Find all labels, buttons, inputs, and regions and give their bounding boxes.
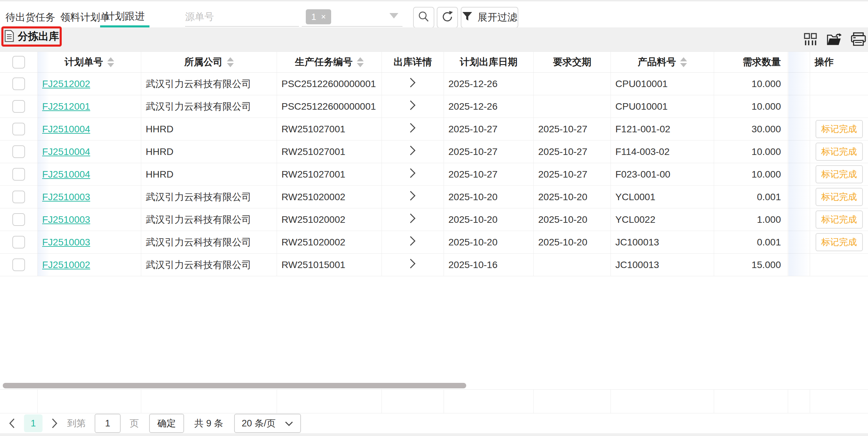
column-settings-icon[interactable] — [803, 32, 818, 47]
row-checkbox[interactable] — [12, 168, 25, 181]
detail-chevron-icon[interactable] — [409, 235, 417, 250]
header-label: 所属公司 — [184, 56, 223, 69]
detail-chevron-icon[interactable] — [409, 122, 417, 136]
header-label: 需求数量 — [743, 56, 781, 69]
plan-no-link[interactable]: FJ2512001 — [42, 101, 90, 112]
detail-chevron-icon[interactable] — [409, 76, 417, 91]
row-checkbox[interactable] — [12, 191, 25, 203]
cell-company: 武汉引力云科技有限公司 — [141, 186, 277, 208]
row-checkbox[interactable] — [12, 100, 25, 113]
cell-plan-no: FJ2510004 — [38, 141, 141, 163]
cell-task-no: RW251027001 — [277, 141, 382, 163]
prev-page-button[interactable] — [4, 415, 20, 431]
mark-complete-button[interactable]: 标记完成 — [816, 233, 863, 251]
detail-chevron-icon[interactable] — [409, 167, 417, 182]
cell-task-no: RW251027001 — [277, 163, 382, 185]
plan-no-link[interactable]: FJ2510003 — [42, 214, 90, 225]
cell-action — [810, 254, 868, 276]
cell-qty: 10.000 — [714, 73, 788, 95]
header-label: 产品料号 — [638, 56, 676, 69]
cell-qty: 10.000 — [714, 141, 788, 163]
cell-company: 武汉引力云科技有限公司 — [141, 95, 277, 118]
refresh-button[interactable] — [437, 7, 458, 28]
confirm-page-button[interactable]: 确定 — [149, 414, 184, 433]
plan-no-link[interactable]: FJ2510004 — [42, 124, 90, 135]
cell-task-no: PSC25122600000001 — [277, 73, 382, 95]
sort-icon[interactable] — [357, 57, 364, 67]
cell-checkbox — [0, 141, 38, 163]
page-number-current[interactable]: 1 — [24, 414, 43, 432]
sort-icon[interactable] — [680, 57, 687, 67]
plan-no-link[interactable]: FJ2510003 — [42, 192, 90, 203]
row-checkbox[interactable] — [12, 77, 25, 90]
detail-chevron-icon[interactable] — [409, 190, 417, 204]
row-checkbox[interactable] — [12, 145, 25, 158]
cell-task-no: RW251027001 — [277, 118, 382, 140]
cell-qty: 0.001 — [714, 186, 788, 208]
cell-due-date — [534, 73, 611, 95]
export-icon[interactable] — [827, 32, 842, 47]
cell-plan-date: 2025-12-26 — [444, 73, 534, 95]
cell-plan-date: 2025-12-26 — [444, 95, 534, 118]
row-checkbox[interactable] — [12, 123, 25, 135]
header-task-no[interactable]: 生产任务编号 — [277, 52, 382, 72]
plan-no-link[interactable]: FJ2512002 — [42, 78, 90, 89]
table-row: FJ2512001武汉引力云科技有限公司PSC25122600000001202… — [0, 95, 868, 118]
cell-action: 标记完成 — [810, 208, 868, 231]
select-all-checkbox[interactable] — [12, 56, 25, 69]
summary-cell — [534, 390, 611, 413]
goto-page-input[interactable] — [95, 414, 121, 433]
table-row: FJ2510003武汉引力云科技有限公司RW2510200022025-10-2… — [0, 231, 868, 254]
cell-plan-no: FJ2510004 — [38, 163, 141, 185]
summary-cell — [444, 390, 534, 413]
summary-cell — [788, 390, 810, 413]
sort-icon[interactable] — [227, 57, 234, 67]
sort-icon[interactable] — [107, 57, 114, 67]
cell-company: 武汉引力云科技有限公司 — [141, 231, 277, 253]
cell-plan-date: 2025-10-27 — [444, 118, 534, 140]
source-order-field — [185, 8, 299, 27]
header-qty: 需求数量 — [714, 52, 788, 72]
header-part-no[interactable]: 产品料号 — [611, 52, 714, 72]
mark-complete-button[interactable]: 标记完成 — [816, 120, 863, 138]
plan-no-link[interactable]: FJ2510004 — [42, 169, 90, 180]
expand-filter-button[interactable]: 展开过滤 — [461, 7, 518, 28]
cell-company: 武汉引力云科技有限公司 — [141, 254, 277, 276]
page-size-select[interactable]: 20 条/页 — [234, 414, 301, 433]
mark-complete-button[interactable]: 标记完成 — [816, 143, 863, 161]
selected-tag[interactable]: 1 × — [306, 9, 331, 24]
horizontal-scrollbar[interactable] — [3, 383, 466, 388]
tag-close-icon[interactable]: × — [321, 13, 326, 21]
table-body: FJ2512002武汉引力云科技有限公司PSC25122600000001202… — [0, 73, 868, 276]
search-button[interactable] — [413, 7, 434, 28]
source-order-input[interactable] — [185, 8, 299, 26]
cell-checkbox — [0, 95, 38, 118]
detail-chevron-icon[interactable] — [409, 99, 417, 114]
row-checkbox[interactable] — [12, 213, 25, 226]
cell-task-no: RW251020002 — [277, 208, 382, 231]
tab-plan-follow-up[interactable]: 计划跟进 — [100, 8, 149, 27]
cell-spacer — [788, 254, 810, 276]
refresh-icon — [441, 10, 454, 25]
tab-pending-shipment[interactable]: 待出货任务 — [3, 8, 58, 27]
row-checkbox[interactable] — [12, 258, 25, 271]
mark-complete-button[interactable]: 标记完成 — [816, 210, 863, 229]
mark-complete-button[interactable]: 标记完成 — [816, 165, 863, 183]
header-plan-no[interactable]: 计划单号 — [38, 52, 141, 72]
status-select[interactable]: 1 × — [302, 8, 402, 27]
sort-outbound-button[interactable]: 分拣出库 — [1, 26, 62, 47]
header-company[interactable]: 所属公司 — [141, 52, 277, 72]
detail-chevron-icon[interactable] — [409, 257, 417, 272]
cell-spacer — [788, 186, 810, 208]
tab-bar: 待出货任务 领料计划单 计划跟进 1 × 展开过滤 — [0, 1, 868, 27]
detail-chevron-icon[interactable] — [409, 212, 417, 227]
print-icon[interactable] — [851, 32, 866, 47]
row-checkbox[interactable] — [12, 236, 25, 249]
plan-no-link[interactable]: FJ2510002 — [42, 259, 90, 270]
cell-plan-date: 2025-10-16 — [444, 254, 534, 276]
plan-no-link[interactable]: FJ2510003 — [42, 237, 90, 248]
detail-chevron-icon[interactable] — [409, 144, 417, 159]
next-page-button[interactable] — [47, 415, 62, 431]
mark-complete-button[interactable]: 标记完成 — [816, 188, 863, 206]
plan-no-link[interactable]: FJ2510004 — [42, 146, 90, 157]
